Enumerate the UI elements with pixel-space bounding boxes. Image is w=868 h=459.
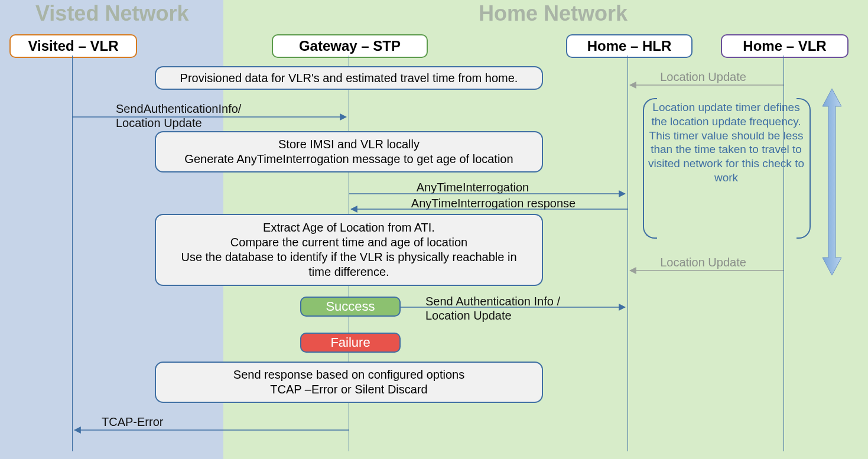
diagram-stage: Visted Network Home Network Visited – VL… xyxy=(0,0,868,459)
lane-visited-vlr: Visited – VLR xyxy=(9,34,137,58)
msg-tcap-error: TCAP-Error xyxy=(102,415,196,429)
svg-marker-0 xyxy=(823,89,841,275)
note-timer: Location update timer defines the locati… xyxy=(646,100,806,185)
msg-loc-update-top: Location Update xyxy=(650,70,756,84)
msg-loc-update-bottom: Location Update xyxy=(650,255,756,269)
lane-home-vlr: Home – VLR xyxy=(721,34,849,58)
msg-send-auth: SendAuthenticationInfo/ Location Update xyxy=(116,102,281,130)
badge-success: Success xyxy=(300,297,401,317)
note-send-response: Send response based on configured option… xyxy=(155,362,543,403)
note-extract-age: Extract Age of Location from ATI. Compar… xyxy=(155,214,543,286)
badge-failure: Failure xyxy=(300,333,401,353)
lane-home-hlr: Home – HLR xyxy=(566,34,693,58)
msg-ati: AnyTimeInterrogation xyxy=(384,180,561,194)
lifeline-home-hlr xyxy=(628,56,628,451)
region-title-home: Home Network xyxy=(479,1,628,26)
lane-gateway-stp: Gateway – STP xyxy=(272,34,428,58)
msg-send-auth2: Send Authentication Info / Location Upda… xyxy=(425,294,591,323)
region-title-visited: Visted Network xyxy=(35,1,188,26)
note-store-imsi: Store IMSI and VLR locally Generate AnyT… xyxy=(155,131,543,172)
note-provisioned: Provisioned data for VLR's and estimated… xyxy=(155,66,543,90)
double-arrow-icon xyxy=(820,89,844,275)
msg-ati-resp: AnyTimeInterrogation response xyxy=(384,196,603,210)
lifeline-visited-vlr xyxy=(72,56,73,451)
